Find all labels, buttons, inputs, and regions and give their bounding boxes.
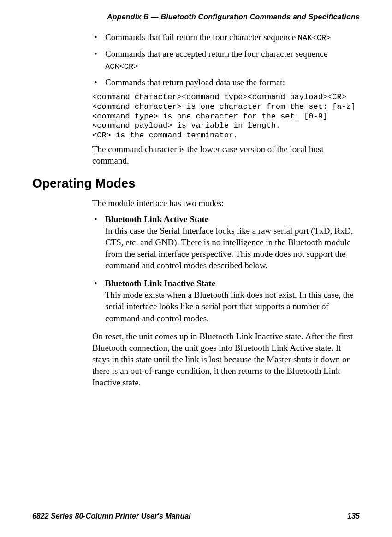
list-item: Commands that are accepted return the fo… <box>92 48 360 72</box>
mode-body: In this case the Serial Interface looks … <box>105 226 353 270</box>
paragraph: The command character is the lower case … <box>92 143 360 166</box>
list-item: Bluetooth Link Active State In this case… <box>92 213 360 271</box>
paragraph: On reset, the unit comes up in Bluetooth… <box>92 330 360 388</box>
mode-body: This mode exists when a Bluetooth link d… <box>105 290 354 323</box>
code-block: <command character><command type><comman… <box>92 93 360 141</box>
bullet-text: Commands that are accepted return the fo… <box>105 49 327 59</box>
inline-code: ACK<CR> <box>105 62 138 71</box>
inline-code: NAK<CR> <box>298 34 331 42</box>
mode-title: Bluetooth Link Active State <box>105 214 208 224</box>
list-item: Commands that return payload data use th… <box>92 77 360 88</box>
list-item: Commands that fail return the four chara… <box>92 31 360 43</box>
bullet-text: Commands that fail return the four chara… <box>105 32 298 42</box>
bullet-text: Commands that return payload data use th… <box>105 77 285 87</box>
page-footer: 6822 Series 80-Column Printer User's Man… <box>32 512 360 520</box>
running-head: Appendix B — Bluetooth Configuration Com… <box>32 13 360 21</box>
body-column: Commands that fail return the four chara… <box>92 31 360 166</box>
page: Appendix B — Bluetooth Configuration Com… <box>0 0 392 537</box>
mode-title: Bluetooth Link Inactive State <box>105 278 215 288</box>
body-column: The module interface has two modes: Blue… <box>92 197 360 388</box>
section-heading-operating-modes: Operating Modes <box>32 177 360 191</box>
top-bullet-list: Commands that fail return the four chara… <box>92 31 360 88</box>
list-item: Bluetooth Link Inactive State This mode … <box>92 277 360 324</box>
page-number: 135 <box>347 512 360 520</box>
paragraph: The module interface has two modes: <box>92 197 360 209</box>
footer-title: 6822 Series 80-Column Printer User's Man… <box>32 512 191 520</box>
modes-list: Bluetooth Link Active State In this case… <box>92 213 360 324</box>
